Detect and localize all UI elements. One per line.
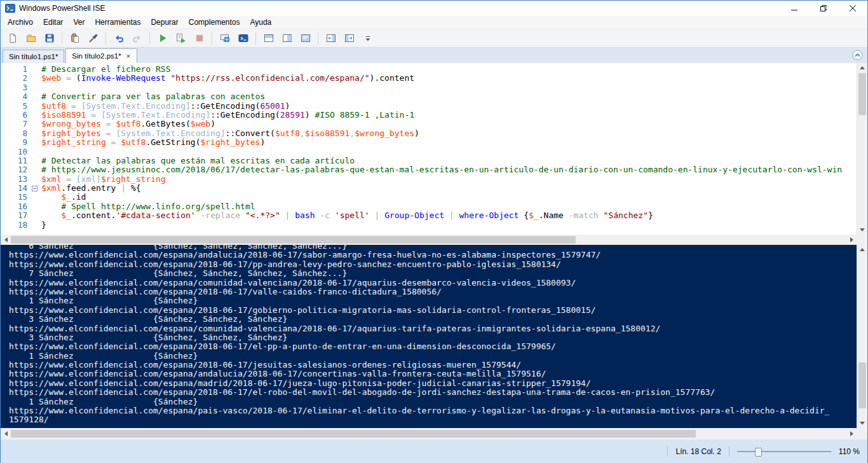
script-editor[interactable]: 1# Descargar el fichero RSS2$web = (Invo… <box>1 63 857 237</box>
line-number: 9 <box>1 138 27 147</box>
scroll-left-arrow[interactable] <box>1 428 11 439</box>
editor-line: 13$xml = [xml]$right_string <box>1 175 857 184</box>
show-script-pane-top-button[interactable] <box>260 31 277 46</box>
close-button[interactable] <box>838 1 867 16</box>
new-remote-powershell-tab-button[interactable] <box>216 31 233 46</box>
overflow-icon <box>365 33 371 43</box>
editor-hscroll-thumb[interactable] <box>11 236 576 243</box>
hide-script-pane-button[interactable] <box>852 50 863 60</box>
editor-line: 9$right_string = $utf8.GetString($right_… <box>1 138 857 147</box>
open-icon <box>26 33 36 43</box>
line-number: 17 <box>1 211 27 220</box>
scroll-up-arrow[interactable] <box>857 245 867 254</box>
show-command-window-button[interactable] <box>341 31 358 46</box>
zoom-percent-label: 110 % <box>839 447 860 456</box>
restore-button[interactable] <box>809 1 838 16</box>
console-line: 3 Sánchez {Sánchez, Sánchez, Sánchez} <box>9 315 857 324</box>
file-tab-1[interactable]: Sin título1.ps1* <box>3 50 64 63</box>
console-line: https://www.elconfidencial.com/espana/20… <box>9 306 857 315</box>
redo-button[interactable] <box>128 31 146 46</box>
zoom-slider-track[interactable] <box>737 451 831 452</box>
console-vertical-scrollbar[interactable] <box>857 245 867 428</box>
stop-operation-button[interactable] <box>191 31 208 46</box>
editor-line: 6$iso88591 = [System.Text.Encoding]::Get… <box>1 111 857 120</box>
start-powershell-exe-button[interactable] <box>234 31 252 46</box>
toolbar-separator <box>212 32 212 45</box>
console-line: 7 Sánchez {Sánchez, Sánchez, Sánchez, Sá… <box>9 269 857 278</box>
editor-line: 17 $_.content.'#cdata-section' -replace … <box>1 211 857 220</box>
toolbar-options-button[interactable] <box>359 31 376 46</box>
console-pane: 6 Sanchez {Sánchez, Sánchez, Sánchez, Sá… <box>1 245 867 439</box>
line-number: 10 <box>1 148 27 156</box>
run-selection-icon <box>176 33 186 43</box>
editor-line: 18} <box>1 221 857 230</box>
undo-button[interactable] <box>110 31 127 46</box>
zoom-slider[interactable] <box>737 446 831 457</box>
editor-vertical-scrollbar[interactable] <box>857 63 867 245</box>
show-script-pane-right-button[interactable] <box>278 31 295 46</box>
show-command-addon-button[interactable] <box>322 31 339 46</box>
editor-vscroll-thumb[interactable] <box>858 73 866 115</box>
code-text: # Spell http://www.linfo.org/spell.html <box>41 202 255 211</box>
console-horizontal-scrollbar[interactable] <box>1 428 857 439</box>
clear-console-pane-button[interactable] <box>85 31 102 46</box>
line-number: 14 <box>1 184 27 193</box>
console-line: https://www.elconfidencial.com/espana/an… <box>9 370 857 378</box>
editor-horizontal-scrollbar[interactable] <box>1 235 857 245</box>
fold-margin <box>27 193 41 202</box>
scroll-left-arrow[interactable] <box>1 235 11 245</box>
save-script-button[interactable] <box>41 31 58 46</box>
pane-right-icon <box>282 33 292 43</box>
toolbar <box>1 29 867 48</box>
menu-bar: ArchivoEditarVerHerramientasDepurarCompl… <box>1 16 867 29</box>
line-number: 2 <box>1 74 27 83</box>
code-text: $iso88591 = [System.Text.Encoding]::GetE… <box>41 111 414 120</box>
console-output[interactable]: 6 Sanchez {Sánchez, Sánchez, Sánchez, Sá… <box>1 245 857 428</box>
paste-button[interactable] <box>66 31 83 46</box>
editor-line: 10 <box>1 148 857 156</box>
file-tab-2[interactable]: Sin título2.ps1*× <box>65 48 137 63</box>
console-vscroll-thumb[interactable] <box>858 363 866 408</box>
editor-line: 4# Convertir para ver las palabras con a… <box>1 92 857 101</box>
menu-complementos[interactable]: Complementos <box>184 17 245 28</box>
window-title: Windows PowerShell ISE <box>19 4 105 13</box>
console-line: https://www.elconfidencial.com/espana/20… <box>9 361 857 370</box>
run-selection-button[interactable] <box>172 31 189 46</box>
minimize-button[interactable] <box>780 1 809 16</box>
scrollbar-corner <box>857 428 867 439</box>
run-script-button[interactable] <box>154 31 171 46</box>
scroll-right-arrow[interactable] <box>846 235 857 245</box>
menu-ver[interactable]: Ver <box>68 17 90 28</box>
fold-collapse-icon[interactable]: − <box>27 184 41 193</box>
tab-close-icon[interactable]: × <box>126 53 131 59</box>
code-text: $xml.feed.entry | %{ <box>41 184 141 193</box>
status-bar: Lín. 18 Col. 2 110 % <box>1 439 867 463</box>
menu-ayuda[interactable]: Ayuda <box>245 17 276 28</box>
line-number: 4 <box>1 92 27 101</box>
menu-archivo[interactable]: Archivo <box>3 17 38 28</box>
code-text: $utf8 = [System.Text.Encoding]::GetEncod… <box>41 102 290 111</box>
menu-depurar[interactable]: Depurar <box>146 17 183 28</box>
console-hscroll-thumb[interactable] <box>11 430 696 438</box>
title-bar[interactable]: Windows PowerShell ISE <box>1 1 867 16</box>
code-text: $web = (Invoke-WebRequest "https://rss.e… <box>41 74 414 83</box>
editor-line: 3 <box>1 83 857 92</box>
stop-icon <box>194 33 205 43</box>
new-script-button[interactable] <box>4 31 21 46</box>
console-line: https://www.elconfidencial.com/espana/20… <box>9 260 857 269</box>
statusbar-separator <box>729 446 729 457</box>
console-line: 1579128/ <box>9 415 857 424</box>
open-script-button[interactable] <box>22 31 39 46</box>
addon-right-icon <box>344 33 355 43</box>
zoom-slider-thumb[interactable] <box>755 448 762 457</box>
scroll-right-arrow[interactable] <box>846 428 857 439</box>
scroll-down-arrow[interactable] <box>857 225 867 235</box>
menu-herramientas[interactable]: Herramientas <box>90 17 146 28</box>
menu-editar[interactable]: Editar <box>38 17 68 28</box>
console-line: 1 Sánchez {Sánchez} <box>9 296 857 305</box>
scroll-down-arrow[interactable] <box>857 418 867 428</box>
show-script-pane-maximized-button[interactable] <box>297 31 314 46</box>
scroll-up-arrow[interactable] <box>857 63 867 73</box>
clear-icon <box>88 33 98 43</box>
code-text: $_.content.'#cdata-section' -replace "<.… <box>41 211 653 220</box>
